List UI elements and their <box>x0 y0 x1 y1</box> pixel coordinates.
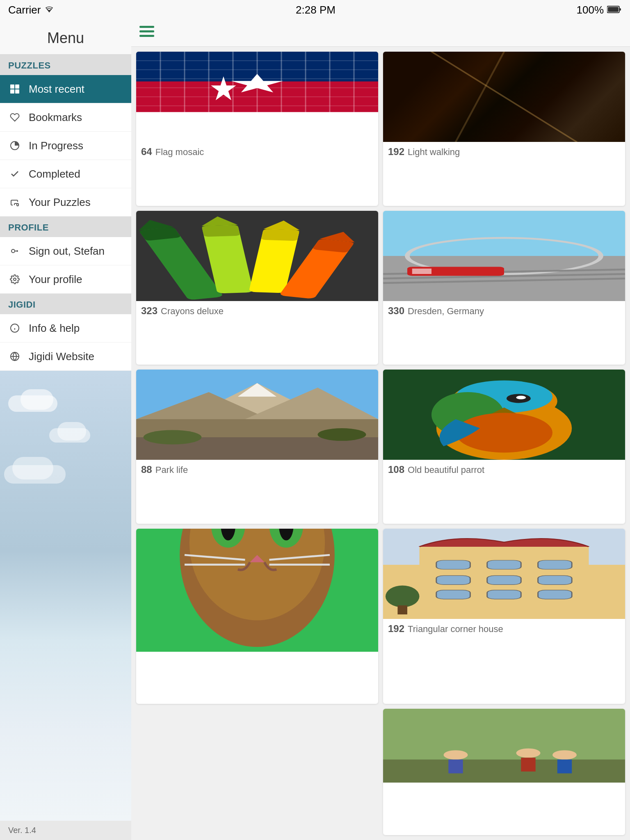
svg-rect-3 <box>10 84 14 89</box>
sign-out-label: Sign out, Stefan <box>29 245 105 258</box>
sidebar-item-most-recent[interactable]: Most recent <box>0 75 131 103</box>
sidebar-section-profile: PROFILE Sign out, Stefan Your p <box>0 217 131 294</box>
svg-rect-17 <box>139 35 154 37</box>
svg-point-114 <box>516 749 541 758</box>
carrier-label: Carrier <box>8 4 41 16</box>
svg-point-70 <box>144 430 202 445</box>
puzzle-card-corner-house[interactable]: 192 Triangular corner house <box>383 529 625 704</box>
svg-point-71 <box>318 428 366 441</box>
info-icon <box>8 322 21 335</box>
sidebar-item-bookmarks[interactable]: Bookmarks <box>0 103 131 132</box>
gear-icon <box>8 273 21 286</box>
sidebar-item-in-progress[interactable]: In Progress <box>0 132 131 160</box>
puzzle-number-parrot: 108 <box>388 464 404 475</box>
puzzle-info-last <box>383 783 625 792</box>
puzzle-card-light-walking[interactable]: 192 Light walking <box>383 52 625 206</box>
puzzle-title-flag-mosaic: Flag mosaic <box>155 147 204 158</box>
svg-rect-55 <box>383 211 625 256</box>
puzzle-card-parrot[interactable]: 108 Old beautiful parrot <box>383 370 625 524</box>
most-recent-label: Most recent <box>29 83 84 96</box>
svg-rect-50 <box>261 229 299 241</box>
puzzle-card-park-life[interactable]: 88 Park life <box>136 370 378 524</box>
sidebar-item-your-puzzles[interactable]: Your Puzzles <box>0 188 131 217</box>
grid-icon <box>8 82 21 96</box>
globe-icon <box>8 350 21 363</box>
svg-rect-1 <box>608 7 619 12</box>
svg-rect-105 <box>436 590 470 599</box>
puzzle-icon <box>8 196 21 209</box>
puzzle-info-dresden: 330 Dresden, Germany <box>383 301 625 322</box>
svg-rect-109 <box>397 605 407 614</box>
puzzle-image-corner-house <box>383 529 625 619</box>
puzzle-card-crayons[interactable]: 323 Crayons deluxe <box>136 211 378 365</box>
status-time: 2:28 PM <box>296 4 336 16</box>
cloud-decoration-6 <box>12 457 53 479</box>
key-icon <box>8 244 21 258</box>
sidebar-item-your-profile[interactable]: Your profile <box>0 265 131 294</box>
sidebar-item-jigidi-website[interactable]: Jigidi Website <box>0 342 131 371</box>
puzzle-info-cat <box>136 652 378 661</box>
check-icon <box>8 167 21 180</box>
puzzle-image-crayons <box>136 211 378 301</box>
puzzle-card-last[interactable] <box>383 709 625 835</box>
svg-rect-2 <box>619 8 621 11</box>
puzzle-card-cat[interactable] <box>136 529 378 704</box>
svg-rect-62 <box>412 268 431 274</box>
sidebar-background <box>0 371 131 821</box>
puzzle-number-flag-mosaic: 64 <box>141 146 152 158</box>
puzzle-image-dresden <box>383 211 625 301</box>
main-content: ★ 64 Flag mosaic <box>131 20 630 840</box>
sidebar: Menu PUZZLES Most recent <box>0 20 131 840</box>
heart-icon <box>8 111 21 124</box>
puzzle-number-corner-house: 192 <box>388 623 404 635</box>
jigidi-website-label: Jigidi Website <box>29 350 94 363</box>
puzzle-title-dresden: Dresden, Germany <box>408 306 484 317</box>
bookmarks-label: Bookmarks <box>29 111 82 124</box>
puzzle-info-crayons: 323 Crayons deluxe <box>136 301 378 322</box>
profile-section-title: PROFILE <box>0 217 131 237</box>
battery-percentage: 100% <box>577 4 604 16</box>
jigidi-section-title: JIGIDI <box>0 294 131 314</box>
svg-rect-113 <box>448 760 463 774</box>
wifi-icon <box>44 4 55 16</box>
svg-rect-4 <box>15 84 19 89</box>
svg-point-108 <box>386 585 420 607</box>
sidebar-item-sign-out[interactable]: Sign out, Stefan <box>0 237 131 265</box>
in-progress-label: In Progress <box>29 139 83 152</box>
puzzle-image-cat <box>136 529 378 652</box>
svg-rect-15 <box>139 26 154 28</box>
hamburger-icon[interactable] <box>139 25 154 40</box>
svg-rect-99 <box>436 560 470 569</box>
cloud-decoration-4 <box>57 422 86 441</box>
sidebar-item-completed[interactable]: Completed <box>0 160 131 188</box>
puzzle-grid: ★ 64 Flag mosaic <box>131 47 630 840</box>
svg-rect-111 <box>383 760 625 783</box>
svg-rect-5 <box>10 89 14 94</box>
puzzle-card-dresden[interactable]: 330 Dresden, Germany <box>383 211 625 365</box>
puzzle-info-flag-mosaic: 64 Flag mosaic <box>136 142 378 162</box>
svg-line-41 <box>456 52 504 142</box>
puzzle-image-light-walking <box>383 52 625 142</box>
status-right: 100% <box>577 4 622 16</box>
puzzle-title-light-walking: Light walking <box>408 147 460 158</box>
svg-line-40 <box>431 52 577 142</box>
sidebar-section-jigidi: JIGIDI Info & help <box>0 294 131 371</box>
puzzle-info-parrot: 108 Old beautiful parrot <box>383 460 625 480</box>
svg-rect-100 <box>487 560 521 569</box>
sidebar-item-info-help[interactable]: Info & help <box>0 314 131 342</box>
flag-mosaic-art: ★ <box>136 52 378 142</box>
puzzle-number-light-walking: 192 <box>388 146 404 158</box>
puzzle-title-park-life: Park life <box>155 465 188 475</box>
app-container: Menu PUZZLES Most recent <box>0 20 630 840</box>
puzzle-image-flag-mosaic: ★ <box>136 52 378 142</box>
svg-point-112 <box>444 751 468 760</box>
svg-rect-16 <box>139 30 154 32</box>
puzzle-title-corner-house: Triangular corner house <box>408 624 503 635</box>
svg-point-9 <box>14 278 16 281</box>
svg-rect-6 <box>15 89 19 94</box>
status-bar: Carrier 2:28 PM 100% <box>0 0 630 20</box>
svg-rect-101 <box>538 560 572 569</box>
svg-point-8 <box>11 249 15 253</box>
puzzle-card-flag-mosaic[interactable]: ★ 64 Flag mosaic <box>136 52 378 206</box>
battery-icon <box>607 4 622 16</box>
